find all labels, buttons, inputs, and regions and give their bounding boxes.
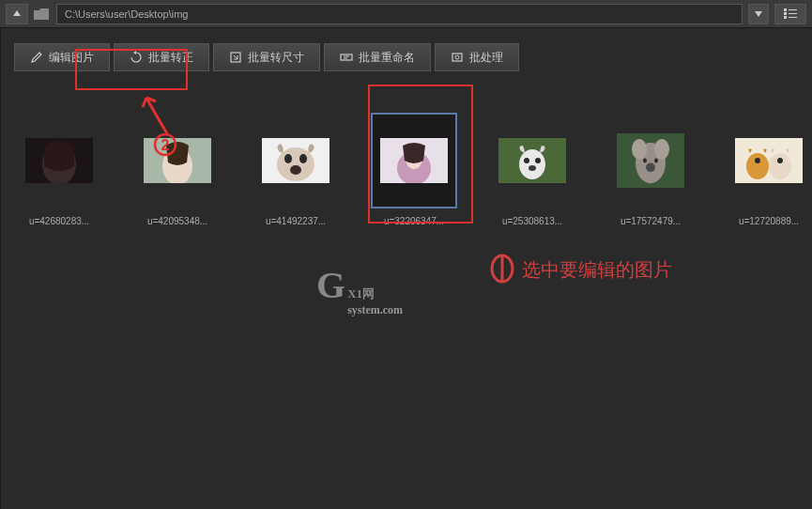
toolbar: 编辑图片 批量转正 批量转尺寸 批量重命名 xyxy=(1,43,812,85)
thumbnail-label: u=17572479... xyxy=(620,216,681,226)
thumbnail-label: u=42680283... xyxy=(29,216,89,226)
batch-process-label: 批处理 xyxy=(469,50,503,66)
svg-point-28 xyxy=(524,158,529,163)
thumbnail-label: u=42095348... xyxy=(147,216,207,226)
batch-process-button[interactable]: 批处理 xyxy=(435,43,519,71)
thumbnail-item[interactable]: u=41492237... xyxy=(251,113,341,226)
path-dropdown[interactable] xyxy=(748,4,769,24)
svg-rect-0 xyxy=(784,8,787,11)
svg-point-40 xyxy=(769,153,791,179)
svg-point-41 xyxy=(755,158,760,163)
up-button[interactable] xyxy=(6,4,28,24)
svg-point-27 xyxy=(519,149,545,179)
view-options-button[interactable] xyxy=(774,4,806,24)
batch-resize-button[interactable]: 批量转尺寸 xyxy=(213,43,320,71)
svg-point-39 xyxy=(746,153,769,179)
thumbnail-label: u=25308613... xyxy=(502,216,562,226)
thumbnail-image xyxy=(262,138,329,183)
svg-point-29 xyxy=(535,158,541,163)
path-text: C:\Users\user\Desktop\img xyxy=(65,8,188,20)
svg-point-21 xyxy=(299,154,307,163)
svg-point-30 xyxy=(529,165,536,171)
folder-icon xyxy=(34,8,51,21)
batch-rotate-button[interactable]: 批量转正 xyxy=(114,43,209,71)
thumbnail-label: u=32206347... xyxy=(384,216,444,226)
thumbnail-image xyxy=(498,138,566,183)
svg-point-35 xyxy=(646,162,655,172)
svg-point-37 xyxy=(654,159,658,163)
thumbnail-image xyxy=(617,133,684,188)
svg-point-20 xyxy=(284,154,292,163)
rotate-icon xyxy=(130,51,143,64)
svg-point-22 xyxy=(290,165,301,175)
svg-rect-1 xyxy=(789,9,797,10)
svg-point-36 xyxy=(643,159,647,163)
process-icon xyxy=(451,51,464,64)
batch-resize-label: 批量转尺寸 xyxy=(248,50,304,66)
svg-point-34 xyxy=(654,139,669,160)
thumbnail-image xyxy=(735,138,803,183)
up-arrow-icon xyxy=(11,8,23,20)
edit-image-button[interactable]: 编辑图片 xyxy=(14,43,110,71)
thumbnail-image xyxy=(25,138,93,183)
svg-rect-2 xyxy=(784,12,787,15)
list-icon xyxy=(784,8,797,20)
svg-rect-4 xyxy=(784,16,787,19)
content-area: 编辑图片 批量转正 批量转尺寸 批量重命名 xyxy=(1,28,812,509)
address-bar: C:\Users\user\Desktop\img xyxy=(0,0,812,28)
thumbnail-label: u=12720889... xyxy=(739,216,799,226)
batch-rename-label: 批量重命名 xyxy=(359,50,415,66)
thumbnail-item-selected[interactable]: u=32206347... xyxy=(369,113,459,226)
svg-rect-7 xyxy=(341,54,352,60)
svg-point-42 xyxy=(777,158,783,163)
batch-rename-button[interactable]: 批量重命名 xyxy=(324,43,431,71)
rename-icon xyxy=(340,51,353,64)
path-display[interactable]: C:\Users\user\Desktop\img xyxy=(56,4,743,24)
pencil-icon xyxy=(30,51,43,64)
chevron-down-icon xyxy=(755,11,762,17)
svg-rect-10 xyxy=(452,54,462,61)
thumbnail-grid: u=42680283... u=42095348... u=41492237..… xyxy=(1,85,812,226)
svg-rect-38 xyxy=(735,138,803,183)
thumbnail-item[interactable]: u=17572479... xyxy=(605,113,696,226)
thumbnail-label: u=41492237... xyxy=(266,216,326,226)
svg-rect-5 xyxy=(789,17,797,18)
thumbnail-item[interactable]: u=12720889... xyxy=(724,113,812,226)
svg-point-33 xyxy=(632,139,647,160)
edit-image-label: 编辑图片 xyxy=(49,50,94,66)
batch-rotate-label: 批量转正 xyxy=(148,50,193,66)
thumbnail-item[interactable]: u=25308613... xyxy=(487,113,577,226)
thumbnail-image xyxy=(144,138,211,183)
main-area: Box 编辑图片 批量转正 批量转尺寸 xyxy=(0,28,812,509)
thumbnail-image xyxy=(380,138,448,183)
svg-point-11 xyxy=(455,55,459,59)
resize-icon xyxy=(229,51,242,64)
svg-rect-3 xyxy=(789,13,797,14)
thumbnail-item[interactable]: u=42095348... xyxy=(132,113,222,226)
watermark: G X1网 system.com xyxy=(316,263,403,317)
thumbnail-item[interactable]: u=42680283... xyxy=(14,113,104,226)
